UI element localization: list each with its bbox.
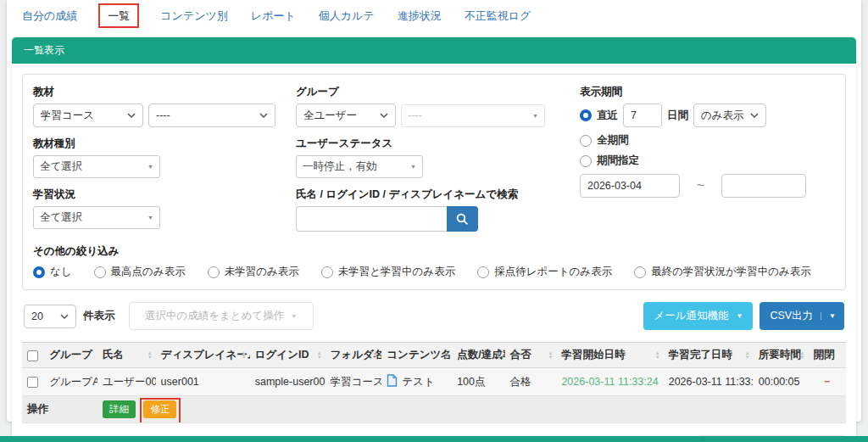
- sort-icon[interactable]: ▲▼: [373, 351, 378, 360]
- col-pass[interactable]: 合否▲▼: [505, 343, 557, 368]
- nav-list-label: 一覧: [108, 9, 130, 22]
- search-button[interactable]: [447, 206, 478, 232]
- cell-content[interactable]: テスト: [381, 368, 452, 396]
- panel-title: 一覧表示: [12, 37, 856, 64]
- collapse-minus-icon[interactable]: −: [824, 376, 830, 388]
- cell-login-id: sample-user001: [250, 368, 326, 396]
- material-label: 教材: [33, 85, 296, 99]
- chevron-down-icon: [60, 314, 69, 319]
- cell-name: ユーザー001: [97, 368, 156, 396]
- material-type-value: 全て選択: [40, 159, 82, 174]
- user-status-value: 一時停止，有効: [303, 159, 377, 174]
- col-duration[interactable]: 所要時間▲▼: [754, 343, 809, 368]
- caret-down-icon: ▼: [291, 313, 297, 319]
- period-all-radio[interactable]: [580, 135, 592, 147]
- footer-accent-bar: [0, 436, 868, 442]
- content-link[interactable]: テスト: [402, 376, 434, 388]
- other-option-last-status-learning[interactable]: 最終の学習状況が学習中のみ表示: [634, 265, 811, 279]
- date-to-input[interactable]: [721, 174, 806, 198]
- other-option-label: なし: [50, 265, 72, 279]
- select-all-checkbox[interactable]: [27, 350, 38, 361]
- other-filter-options: なし 最高点のみ表示 未学習のみ表示 未学習と学習中のみ表示: [33, 263, 835, 283]
- grades-table: グループ 氏名▲▼ ディスプレイネーム▲▼ ログインID▲▼ フォルダ名▲▼ コ…: [22, 342, 846, 423]
- period-recent-radio[interactable]: [580, 109, 592, 121]
- bulk-action-dropdown[interactable]: 選択中の成績をまとめて操作 ▼: [129, 302, 314, 330]
- nav-fraud-log[interactable]: 不正監視ログ: [465, 8, 531, 24]
- period-range-radio[interactable]: [580, 155, 592, 167]
- chevron-down-icon: [380, 113, 388, 118]
- other-option-label: 最終の学習状況が学習中のみ表示: [651, 265, 811, 279]
- period-all-label: 全期間: [597, 133, 629, 148]
- search-input[interactable]: [296, 206, 447, 232]
- row-checkbox[interactable]: [27, 377, 38, 388]
- col-end-time[interactable]: 学習完了日時▲▼: [664, 343, 754, 368]
- nav-progress[interactable]: 進捗状況: [398, 8, 442, 24]
- other-option-not-learned[interactable]: 未学習のみ表示: [208, 265, 299, 279]
- material-type-select[interactable]: 全て選択 ▼: [33, 155, 160, 178]
- col-login-id[interactable]: ログインID▲▼: [250, 343, 326, 368]
- radio-icon: [94, 266, 106, 278]
- group-label: グループ: [296, 85, 580, 99]
- group-select[interactable]: 全ユーザー: [296, 104, 396, 127]
- date-from-input[interactable]: [580, 174, 680, 198]
- list-card: 一覧表示 教材 学習コース ----: [12, 37, 856, 442]
- other-option-top-score[interactable]: 最高点のみ表示: [94, 265, 186, 279]
- col-start-time[interactable]: 学習開始日時▲▼: [556, 343, 663, 368]
- caret-down-icon: ▼: [147, 164, 153, 170]
- learning-status-value: 全て選択: [40, 210, 82, 225]
- nav-list[interactable]: 一覧: [100, 8, 137, 24]
- date-tilde: ~: [685, 178, 716, 193]
- radio-icon: [477, 266, 489, 278]
- group-sub-select[interactable]: ---- ▼: [401, 104, 545, 127]
- mail-notify-button[interactable]: メール通知機能 ▼: [643, 302, 753, 330]
- cell-end-time: 2026-03-11 11:33:30: [664, 368, 754, 396]
- table-header-row: グループ 氏名▲▼ ディスプレイネーム▲▼ ログインID▲▼ フォルダ名▲▼ コ…: [22, 343, 846, 368]
- sort-icon[interactable]: ▲▼: [497, 351, 502, 360]
- sort-icon[interactable]: ▲▼: [147, 351, 153, 360]
- material-sub-value: ----: [156, 109, 170, 121]
- sort-icon[interactable]: ▲▼: [548, 351, 553, 360]
- caret-down-icon: ▼: [821, 312, 836, 320]
- group-value: 全ユーザー: [303, 109, 357, 123]
- col-folder[interactable]: フォルダ名▲▼: [326, 343, 382, 368]
- recent-days-input[interactable]: [623, 104, 662, 127]
- col-score[interactable]: 点数/達成率▲▼: [452, 343, 505, 368]
- col-name[interactable]: 氏名▲▼: [97, 343, 156, 368]
- other-option-label: 未学習と学習中のみ表示: [338, 265, 455, 279]
- nav-personal-record[interactable]: 個人カルテ: [319, 8, 375, 24]
- col-content[interactable]: コンテンツ名▲▼: [381, 343, 452, 368]
- top-nav: 自分の成績 一覧 コンテンツ別 レポート 個人カルテ 進捗状況 不正監視ログ: [7, 0, 861, 29]
- csv-export-button[interactable]: CSV出力 ▼: [760, 302, 844, 330]
- sort-icon[interactable]: ▲▼: [242, 351, 247, 360]
- other-option-label: 最高点のみ表示: [111, 265, 186, 279]
- sort-icon[interactable]: ▲▼: [800, 351, 805, 360]
- sort-icon[interactable]: ▲▼: [317, 351, 322, 360]
- chevron-down-icon: [750, 113, 759, 118]
- fix-button[interactable]: 修正: [143, 400, 176, 418]
- other-option-label: 未学習のみ表示: [225, 265, 299, 279]
- material-type-label: 教材種別: [33, 137, 296, 151]
- user-status-label: ユーザーステータス: [296, 137, 580, 151]
- material-course-value: 学習コース: [41, 109, 94, 123]
- material-course-select[interactable]: 学習コース: [33, 104, 143, 127]
- other-option-awaiting-grading[interactable]: 採点待レポートのみ表示: [477, 265, 612, 279]
- nav-report[interactable]: レポート: [251, 8, 296, 24]
- nav-by-content[interactable]: コンテンツ別: [160, 8, 228, 24]
- sort-icon[interactable]: ▲▼: [443, 351, 448, 360]
- caret-down-icon: ▼: [532, 113, 538, 119]
- cell-score: 100点: [452, 368, 505, 396]
- page-size-select[interactable]: 20: [24, 305, 76, 328]
- nav-my-grades[interactable]: 自分の成績: [22, 8, 77, 24]
- cell-folder: 学習コース: [326, 368, 382, 396]
- sort-icon[interactable]: ▲▼: [655, 351, 660, 360]
- material-sub-select[interactable]: ----: [148, 104, 275, 127]
- learning-status-select[interactable]: 全て選択 ▼: [33, 206, 160, 229]
- detail-button[interactable]: 詳細: [103, 400, 136, 418]
- action-label: 操作: [22, 396, 97, 423]
- other-option-not-learned-and-learning[interactable]: 未学習と学習中のみ表示: [321, 265, 455, 279]
- other-option-none[interactable]: なし: [33, 265, 72, 279]
- sort-icon[interactable]: ▲▼: [745, 351, 750, 360]
- col-display-name[interactable]: ディスプレイネーム▲▼: [156, 343, 250, 368]
- only-show-select[interactable]: のみ表示: [693, 104, 766, 127]
- user-status-select[interactable]: 一時停止，有効 ▼: [296, 155, 423, 178]
